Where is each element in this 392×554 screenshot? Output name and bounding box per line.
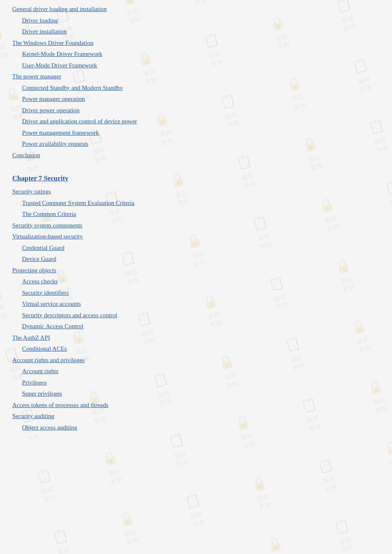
toc-item: Power manager operation	[22, 94, 384, 105]
watermark-cell: 📋版权所有	[22, 507, 104, 554]
toc-link[interactable]: Device Guard	[22, 256, 56, 262]
toc-item: Virtual service accounts	[22, 299, 384, 309]
chapter7-heading[interactable]: Chapter 7 Security	[12, 174, 384, 182]
chapter7-section: Chapter 7 Security Security ratingsTrust…	[12, 174, 384, 433]
watermark-cell: 🔒请勿复制	[104, 550, 187, 554]
toc-link[interactable]: Conditional ACEs	[22, 345, 67, 352]
toc-item: Dynamic Access Control	[22, 321, 384, 332]
toc-link[interactable]: Object access auditing	[22, 424, 77, 431]
toc-link[interactable]: The power manager	[12, 73, 61, 80]
toc-item: Conclusion	[12, 150, 384, 161]
toc-link[interactable]: Driver power operation	[22, 107, 80, 113]
toc-item: The Common Criteria	[22, 209, 384, 220]
watermark-cell: 📋版权所有	[170, 532, 253, 554]
watermark-cell: 📋版权所有	[303, 497, 385, 554]
toc-item: Trusted Computer System Evaluation Crite…	[22, 198, 384, 209]
watermark-cell: 📋版权所有	[287, 436, 369, 514]
toc-link[interactable]: Driver installation	[22, 28, 67, 35]
watermark-cell: 🔒请勿复制	[369, 479, 392, 554]
toc-item: Security ratings	[12, 187, 384, 197]
toc-item: General driver loading and installation	[12, 4, 384, 15]
toc-link[interactable]: Privileges	[22, 379, 47, 386]
toc-item: Conditional ACEs	[22, 344, 384, 354]
toc-link[interactable]: Security auditing	[12, 413, 54, 419]
toc-link[interactable]: Access tokens of processes and threads	[12, 402, 108, 408]
toc-link[interactable]: The AuthZ API	[12, 334, 50, 341]
toc-item: Account rights and privileges	[12, 355, 384, 366]
toc-item: Driver loading	[22, 16, 384, 26]
toc-item: Account rights	[22, 366, 384, 377]
toc-link[interactable]: Driver and application control of device…	[22, 118, 137, 125]
toc-link[interactable]: Power availability requests	[22, 140, 88, 147]
toc-item: Driver installation	[22, 27, 384, 37]
toc-link[interactable]: Security ratings	[12, 188, 51, 195]
toc-item: Access tokens of processes and threads	[12, 400, 384, 411]
toc-item: User-Mode Driver Framework	[22, 60, 384, 71]
toc-item: Security descriptors and access control	[22, 310, 384, 321]
toc-item: Security system components	[12, 220, 384, 231]
toc-link[interactable]: Power manager operation	[22, 96, 85, 102]
toc-item: The power manager	[12, 71, 384, 82]
chapter6-toc: General driver loading and installationD…	[12, 4, 384, 160]
watermark-cell: 📋版权所有	[154, 472, 236, 550]
toc-link[interactable]: Account rights	[22, 368, 58, 374]
watermark-cell: 🔒请勿复制	[0, 464, 22, 543]
toc-link[interactable]: Connected Standby and Modern Standby	[22, 85, 123, 91]
toc-link[interactable]: Power management framework	[22, 129, 99, 136]
toc-item: Protecting objects	[12, 265, 384, 276]
toc-link[interactable]: Account rights and privileges	[12, 357, 85, 363]
toc-link[interactable]: Virtual service accounts	[22, 300, 81, 307]
toc-link[interactable]: Conclusion	[12, 152, 40, 158]
toc-item: Virtualization-based security	[12, 231, 384, 242]
watermark-cell: 🔒请勿复制	[236, 514, 319, 554]
toc-link[interactable]: User-Mode Driver Framework	[22, 62, 97, 69]
toc-item: Security auditing	[12, 411, 384, 422]
watermark-cell: 🔒请勿复制	[220, 454, 303, 532]
toc-item: Super privileges	[22, 389, 384, 399]
toc-item: Security identifiers	[22, 288, 384, 298]
toc-link[interactable]: Credential Guard	[22, 245, 65, 251]
toc-item: The Windows Driver Foundation	[12, 38, 384, 49]
toc-item: Kernel-Mode Driver Framework	[22, 49, 384, 60]
chapter7-toc: Security ratingsTrusted Computer System …	[12, 187, 384, 433]
toc-item: Object access auditing	[22, 423, 384, 433]
toc-item: Driver power operation	[22, 105, 384, 116]
toc-link[interactable]: Access checks	[22, 278, 58, 285]
watermark-cell: 🔒请勿复制	[0, 525, 38, 554]
toc-link[interactable]: Protecting objects	[12, 267, 56, 274]
watermark-cell: 📋版权所有	[5, 446, 88, 525]
toc-link[interactable]: Security identifiers	[22, 289, 69, 296]
toc-item: Driver and application control of device…	[22, 116, 384, 127]
toc-item: Connected Standby and Modern Standby	[22, 83, 384, 93]
toc-link[interactable]: Virtualization-based security	[12, 233, 83, 240]
toc-item: Device Guard	[22, 254, 384, 265]
toc-link[interactable]: Kernel-Mode Driver Framework	[22, 51, 102, 57]
toc-item: Power management framework	[22, 128, 384, 138]
toc-link[interactable]: General driver loading and installation	[12, 6, 107, 12]
toc-link[interactable]: Security system components	[12, 222, 82, 229]
watermark-cell: 🔒请勿复制	[88, 489, 170, 554]
toc-item: Credential Guard	[22, 243, 384, 254]
toc-item: Access checks	[22, 276, 384, 287]
page-content: General driver loading and installationD…	[0, 0, 392, 446]
toc-link[interactable]: The Windows Driver Foundation	[12, 40, 94, 46]
toc-item: Privileges	[22, 378, 384, 388]
toc-link[interactable]: Driver loading	[22, 17, 58, 24]
toc-link[interactable]: Super privileges	[22, 390, 62, 397]
toc-link[interactable]: Trusted Computer System Evaluation Crite…	[22, 200, 134, 206]
toc-item: Power availability requests	[22, 139, 384, 149]
toc-link[interactable]: Dynamic Access Control	[22, 323, 83, 329]
toc-link[interactable]: The Common Criteria	[22, 211, 76, 217]
toc-link[interactable]: Security descriptors and access control	[22, 312, 117, 318]
toc-item: The AuthZ API	[12, 333, 384, 343]
